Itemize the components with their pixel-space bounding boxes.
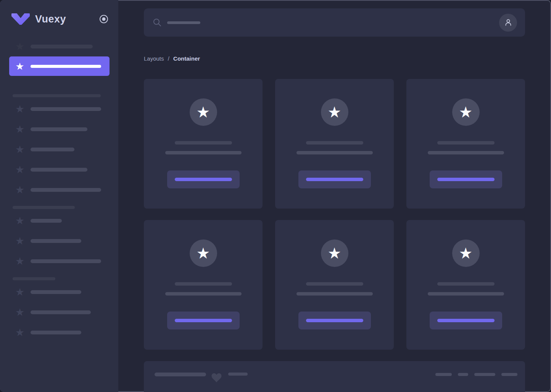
search-icon (153, 18, 162, 27)
skeleton-label-bar (31, 168, 87, 172)
skeleton-text-bar (306, 141, 363, 145)
card-button[interactable] (167, 170, 240, 188)
star-icon: ★ (15, 42, 24, 51)
sidebar-item[interactable]: ★ (15, 288, 109, 297)
avatar-circle: ★ (190, 239, 217, 267)
card-button[interactable] (430, 312, 502, 329)
skeleton-label-bar (31, 45, 93, 48)
star-icon: ★ (328, 104, 342, 120)
footer-card (144, 361, 525, 392)
sidebar-item[interactable]: ★ (15, 145, 109, 154)
avatar-circle: ★ (452, 98, 480, 126)
radio-circle-icon[interactable] (99, 14, 108, 24)
star-icon: ★ (15, 165, 24, 174)
person-icon (504, 18, 513, 27)
sidebar-item[interactable]: ★ (15, 308, 109, 317)
skeleton-text-bar (155, 373, 206, 376)
star-icon: ★ (15, 185, 24, 194)
skeleton-label-bar (31, 65, 101, 68)
skeleton-label-bar (31, 188, 101, 192)
footer-actions (435, 373, 517, 376)
star-icon: ★ (15, 104, 24, 114)
star-icon: ★ (15, 216, 24, 225)
sidebar-item[interactable]: ★ (15, 125, 109, 134)
heart-icon[interactable] (211, 373, 222, 382)
sidebar-item[interactable]: ★ (15, 328, 109, 337)
button-label-bar (437, 319, 495, 322)
star-icon: ★ (15, 257, 24, 266)
user-avatar-button[interactable] (499, 14, 517, 32)
sidebar-menu: ★★★★★★★★★★★★★ (0, 38, 118, 337)
skeleton-action-bar (501, 373, 517, 376)
sidebar-item[interactable]: ★ (15, 185, 109, 194)
skeleton-text-bar (175, 141, 232, 145)
star-icon: ★ (15, 145, 24, 154)
skeleton-text-bar (228, 373, 248, 376)
skeleton-text-bar (428, 292, 504, 296)
skeleton-label-bar (31, 148, 74, 151)
sidebar-item[interactable]: ★ (15, 42, 109, 51)
skeleton-action-bar (458, 373, 468, 376)
star-icon: ★ (15, 328, 24, 337)
star-icon: ★ (15, 125, 24, 134)
card-button[interactable] (298, 170, 371, 188)
skeleton-label-bar (31, 290, 81, 294)
star-icon: ★ (459, 246, 473, 261)
sidebar-item[interactable]: ★ (15, 165, 109, 174)
skeleton-label-bar (31, 310, 91, 314)
skeleton-label-bar (31, 331, 81, 334)
breadcrumb-separator: / (168, 55, 169, 62)
button-label-bar (175, 178, 232, 181)
button-label-bar (306, 178, 363, 181)
sidebar-item-active[interactable]: ★ (9, 56, 110, 76)
menu-section-divider (13, 94, 101, 97)
button-label-bar (175, 319, 232, 322)
skeleton-action-bar (435, 373, 452, 376)
content-card: ★ (144, 79, 263, 209)
main-content: Layouts / Container ★★★★★★ (118, 0, 551, 392)
search-placeholder-bar (167, 21, 200, 24)
brand-title: Vuexy (35, 13, 66, 25)
avatar-circle: ★ (321, 239, 348, 267)
skeleton-text-bar (175, 282, 232, 286)
sidebar: Vuexy ★★★★★★★★★★★★★ (0, 0, 118, 392)
avatar-circle: ★ (321, 98, 348, 126)
skeleton-label-bar (31, 107, 101, 111)
star-icon: ★ (328, 246, 342, 261)
avatar-circle: ★ (190, 98, 217, 126)
skeleton-text-bar (296, 292, 373, 296)
card-button[interactable] (430, 170, 502, 188)
skeleton-text-bar (296, 151, 373, 154)
skeleton-text-bar (437, 141, 495, 145)
vuexy-logo (11, 13, 30, 25)
sidebar-item[interactable]: ★ (15, 104, 109, 114)
content-card: ★ (406, 220, 525, 350)
button-label-bar (306, 319, 363, 322)
skeleton-label-bar (31, 127, 87, 131)
content-card: ★ (275, 220, 394, 350)
app-window: Vuexy ★★★★★★★★★★★★★ Layouts (0, 0, 551, 392)
skeleton-text-bar (428, 151, 504, 154)
skeleton-text-bar (306, 282, 363, 286)
skeleton-text-bar (437, 282, 495, 286)
breadcrumb-section[interactable]: Layouts (144, 55, 164, 62)
skeleton-text-bar (165, 151, 242, 154)
star-icon: ★ (15, 288, 24, 297)
sidebar-item[interactable]: ★ (15, 257, 109, 266)
star-icon: ★ (459, 104, 473, 120)
content-card: ★ (406, 79, 525, 209)
skeleton-label-bar (31, 239, 81, 243)
sidebar-item[interactable]: ★ (15, 236, 109, 246)
star-icon: ★ (15, 308, 24, 317)
cards-grid: ★★★★★★ (144, 79, 525, 350)
search-input[interactable] (144, 8, 525, 37)
content-card: ★ (144, 220, 263, 350)
star-icon: ★ (197, 246, 210, 261)
sidebar-item[interactable]: ★ (15, 216, 109, 225)
breadcrumb: Layouts / Container (144, 55, 525, 62)
card-button[interactable] (298, 312, 371, 329)
star-icon: ★ (197, 104, 210, 120)
card-button[interactable] (167, 312, 240, 329)
breadcrumb-page: Container (173, 55, 200, 62)
content-card: ★ (275, 79, 394, 209)
